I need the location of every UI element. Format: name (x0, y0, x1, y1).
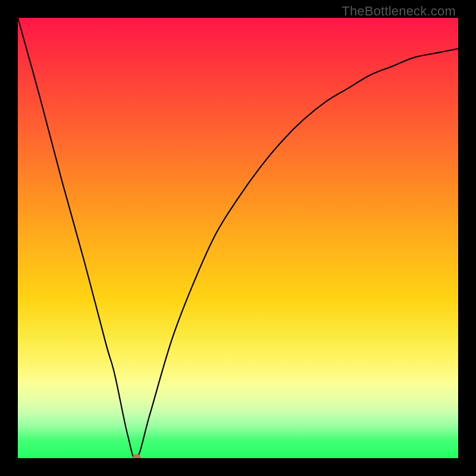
plot-area (18, 18, 458, 458)
watermark-text: TheBottleneck.com (342, 4, 456, 19)
minimum-marker (133, 454, 141, 458)
bottleneck-curve-svg (18, 18, 458, 458)
chart-frame: TheBottleneck.com (0, 0, 476, 476)
bottleneck-curve-path (18, 18, 458, 458)
